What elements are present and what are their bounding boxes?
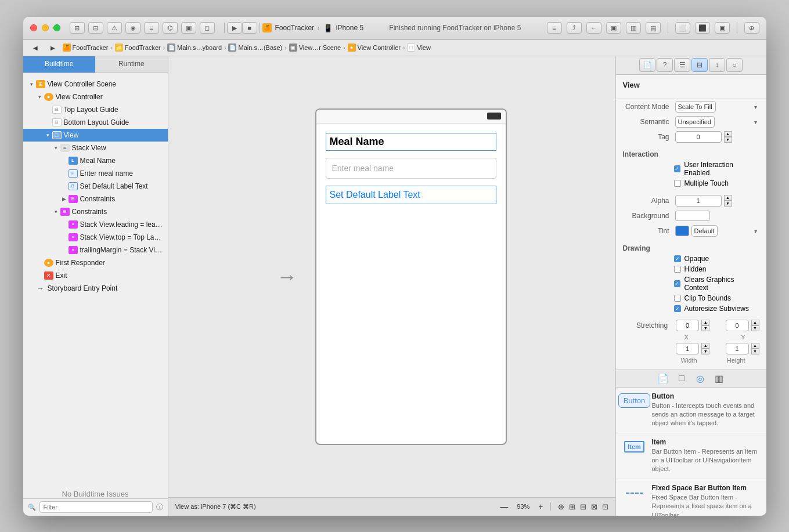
expand-scene[interactable]: ▾: [28, 81, 36, 87]
expand-view[interactable]: ▾: [44, 132, 52, 138]
share-btn[interactable]: ⤴: [567, 22, 582, 34]
zoom-fit-btn[interactable]: ⊕: [558, 502, 564, 511]
mock-button[interactable]: Set Default Label Text: [326, 186, 496, 204]
tree-row-textfield[interactable]: F Enter meal name: [23, 167, 168, 180]
debug-area-btn[interactable]: ⬛: [695, 22, 710, 34]
tree-row-stackview[interactable]: ▾ ≡ Stack View: [23, 142, 168, 154]
obj-file-tab[interactable]: 📄: [656, 372, 670, 385]
clip-bounds-checkbox[interactable]: [674, 295, 681, 302]
stop-button[interactable]: ■: [242, 22, 257, 34]
add-btn[interactable]: ⊕: [744, 22, 759, 34]
sw-stepper[interactable]: ▲ ▼: [701, 343, 709, 354]
expand-stackview[interactable]: ▾: [52, 145, 60, 151]
sw-down[interactable]: ▼: [701, 349, 709, 354]
inspector-hide-btn[interactable]: ▣: [715, 22, 730, 34]
test-btn[interactable]: ◈: [125, 22, 140, 34]
tree-row-sv-constraints[interactable]: ▶ ⊞ Constraints: [23, 193, 168, 205]
autoresize-checkbox[interactable]: ✓: [674, 305, 681, 312]
tag-stepper[interactable]: ▲ ▼: [724, 131, 732, 143]
bc-scene[interactable]: ▣ View…r Scene: [289, 44, 341, 52]
expand-vc[interactable]: ▾: [36, 94, 44, 100]
sh-down[interactable]: ▼: [751, 349, 759, 354]
tab-buildtime[interactable]: Buildtime: [23, 56, 96, 73]
tag-up[interactable]: ▲: [724, 131, 732, 137]
bc-view[interactable]: □ View: [407, 44, 431, 52]
zoom-out-btn[interactable]: —: [500, 502, 508, 511]
sx-stepper[interactable]: ▲ ▼: [701, 320, 709, 331]
size-inspector-tab[interactable]: ↕: [709, 58, 725, 72]
back-btn[interactable]: ←: [586, 22, 601, 34]
tag-input[interactable]: [675, 131, 722, 143]
alpha-input[interactable]: [675, 195, 722, 207]
debug-btn[interactable]: ≡: [144, 22, 159, 34]
quick-help-tab[interactable]: ?: [657, 58, 673, 72]
assistant-btn[interactable]: ▥: [626, 22, 641, 34]
file-inspector-tab[interactable]: 📄: [639, 58, 655, 72]
obj-snippet-tab[interactable]: ▥: [712, 372, 726, 385]
alpha-down[interactable]: ▼: [724, 201, 732, 207]
tree-row-entry[interactable]: → Storyboard Entry Point: [23, 282, 168, 295]
source-btn[interactable]: ⊟: [88, 22, 103, 34]
sh-up[interactable]: ▲: [751, 343, 759, 349]
minimize-button[interactable]: [42, 24, 49, 31]
canvas-ctrl1[interactable]: ⊟: [580, 502, 586, 511]
stretch-width[interactable]: [676, 343, 699, 354]
editor-standard-btn[interactable]: ≡: [547, 22, 562, 34]
canvas-area[interactable]: → Meal Name Enter meal name Set Default …: [168, 56, 615, 497]
clears-graphics-checkbox[interactable]: ✓: [674, 280, 681, 287]
tint-swatch[interactable]: [675, 226, 689, 236]
run-button[interactable]: ▶: [227, 22, 242, 34]
sy-up[interactable]: ▲: [751, 320, 759, 325]
tint-select[interactable]: Default: [691, 225, 718, 237]
expand-constraints[interactable]: ▾: [52, 209, 60, 215]
editor-toggle-btn[interactable]: ▣: [606, 22, 621, 34]
opaque-checkbox[interactable]: ✓: [674, 255, 681, 262]
hidden-checkbox[interactable]: [674, 266, 681, 273]
tree-row-toplayout[interactable]: ⊟ Top Layout Guide: [23, 103, 168, 116]
tree-row-button[interactable]: B Set Default Label Text: [23, 180, 168, 193]
issues-btn[interactable]: ⚠: [107, 22, 122, 34]
sx-up[interactable]: ▲: [701, 320, 709, 325]
attributes-inspector-tab[interactable]: ⊟: [691, 58, 708, 72]
bc-vc[interactable]: ● View Controller: [348, 44, 401, 52]
version-btn[interactable]: ▤: [646, 22, 661, 34]
stretch-y[interactable]: [726, 320, 749, 331]
tint-select-wrapper[interactable]: Default: [691, 225, 759, 237]
tree-row-constraints[interactable]: ▾ ⊞ Constraints: [23, 205, 168, 218]
nav-hide-btn[interactable]: ⬜: [675, 22, 690, 34]
stretch-height[interactable]: [726, 343, 749, 354]
tree-row-view[interactable]: ▾ □ View: [23, 129, 168, 142]
identity-inspector-tab[interactable]: ☰: [674, 58, 690, 72]
tree-row-mealname[interactable]: L Meal Name: [23, 154, 168, 167]
tab-runtime[interactable]: Runtime: [95, 56, 168, 73]
tree-row-top[interactable]: ≡ Stack View.top = Top La…: [23, 231, 168, 244]
connections-inspector-tab[interactable]: ○: [726, 58, 743, 72]
obj-circle-tab[interactable]: ◎: [693, 372, 707, 385]
tree-row-leading[interactable]: ≡ Stack View.leading = lea…: [23, 218, 168, 231]
tree-row-trailing[interactable]: ≡ trailingMargin = Stack Vi…: [23, 244, 168, 256]
expand-sv-constraints[interactable]: ▶: [60, 196, 69, 202]
user-interaction-checkbox[interactable]: ✓: [674, 165, 681, 172]
alpha-up[interactable]: ▲: [724, 195, 732, 201]
filter-input-left[interactable]: [39, 501, 153, 513]
canvas-ctrl3[interactable]: ⊡: [602, 502, 608, 511]
tree-row-exit[interactable]: ✕ Exit: [23, 269, 168, 282]
bg-swatch[interactable]: [675, 211, 710, 221]
content-mode-select-wrapper[interactable]: Scale To Fill: [675, 101, 759, 113]
memory-btn[interactable]: ⌬: [163, 22, 178, 34]
simulator-btn[interactable]: ◻: [200, 22, 215, 34]
mock-textfield[interactable]: Enter meal name: [326, 158, 496, 179]
close-button[interactable]: [30, 24, 37, 31]
semantic-select[interactable]: Unspecified: [675, 116, 715, 128]
sy-down[interactable]: ▼: [751, 325, 759, 331]
semantic-select-wrapper[interactable]: Unspecified: [675, 116, 759, 128]
sw-up[interactable]: ▲: [701, 343, 709, 349]
sh-stepper[interactable]: ▲ ▼: [751, 343, 759, 354]
content-mode-select[interactable]: Scale To Fill: [675, 101, 716, 113]
zoom-in-btn[interactable]: +: [538, 502, 543, 511]
nav-forward[interactable]: ▶: [45, 41, 60, 55]
folder-btn[interactable]: ⊞: [70, 22, 85, 34]
zoom-fill-btn[interactable]: ⊞: [569, 502, 575, 511]
obj-file2-tab[interactable]: □: [675, 372, 689, 385]
nav-back[interactable]: ◀: [28, 41, 43, 55]
